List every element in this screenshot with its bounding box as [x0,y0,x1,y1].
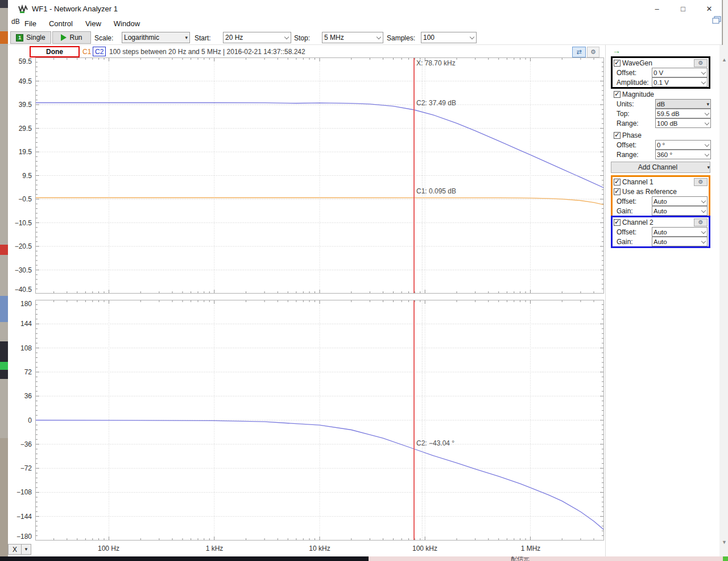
phase-label: Phase [621,131,711,139]
magnitude-y-tick-label: −40.5 [8,286,34,294]
use-as-reference-checkbox[interactable] [614,188,621,195]
channel2-offset-label: Offset: [614,228,652,236]
channel1-gear-icon[interactable]: ⚙ [694,178,708,186]
channel2-label: Channel 2 [621,218,694,226]
cursor-x-readout: X: 78.70 kHz [416,59,456,67]
top-label: Top: [614,110,655,118]
x-axis-selector[interactable]: X▼ [8,544,31,555]
magnitude-y-tick-label: −10.5 [8,219,34,228]
add-channel-button[interactable]: Add Channel▾ [611,162,710,173]
cursor-value-readout: C2: 37.49 dB [416,99,456,107]
app-window: WF1 - Network Analyzer 1 – □ ✕ File Cont… [8,0,722,556]
chart-area[interactable]: 59.549.539.529.519.59.5−0.5−10.5−20.5−30… [8,0,605,556]
wavegen-offset-select[interactable]: 0 V [652,68,708,77]
channel2-gain-label: Gain: [614,238,652,246]
x-axis-tick-label: 1 MHz [505,544,556,553]
phase-y-tick-label: 144 [8,320,34,328]
magnitude-y-tick-label: 49.5 [8,77,34,86]
channel2-offset-select[interactable]: Auto [652,227,708,237]
wavegen-offset-label: Offset: [614,69,652,77]
magnitude-range-select[interactable]: 100 dB [655,118,711,128]
channel1-offset-select[interactable]: Auto [652,196,708,206]
magnitude-plot[interactable] [35,57,604,294]
channel1-gain-select[interactable]: Auto [652,206,708,216]
magnitude-y-tick-label: −30.5 [8,266,34,275]
channel2-group: Channel 2 ⚙ Offset: Auto Gain: Auto [611,216,710,248]
phase-y-tick-label: 0 [8,416,34,425]
sweep-direction-arrow-icon: → [613,46,621,55]
channel1-group: Channel 1 ⚙ Use as Reference Offset: Aut… [611,175,710,217]
magnitude-y-tick-label: −20.5 [8,242,34,251]
scroll-up-icon[interactable]: ▲ [719,55,728,64]
phase-offset-select[interactable]: 0 ° [655,140,711,150]
channel1-label: Channel 1 [621,178,694,186]
top-select[interactable]: 59.5 dB [655,109,711,118]
channel2-gear-icon[interactable]: ⚙ [694,218,708,226]
units-select[interactable]: dB▾ [655,99,711,109]
close-button[interactable]: ✕ [696,0,722,17]
channel1-checkbox[interactable] [614,179,621,185]
units-label: Units: [614,100,655,108]
phase-range-label: Range: [614,151,655,159]
magnitude-checkbox[interactable] [614,91,621,98]
desktop-background-bottom-pink [369,556,723,561]
magnitude-y-tick-label: 59.5 [8,57,34,66]
magnitude-y-tick-label: 9.5 [8,172,34,180]
minimize-button[interactable]: – [644,0,670,17]
phase-y-tick-label: 108 [8,344,34,353]
cursor-value-readout: C1: 0.095 dB [416,187,456,195]
x-axis-tick-label: 100 kHz [399,544,450,553]
wavegen-label: WaveGen [621,59,694,67]
channel1-offset-label: Offset: [614,197,652,205]
phase-y-tick-label: 36 [8,392,34,401]
magnitude-y-tick-label: 19.5 [8,148,34,156]
magnitude-range-label: Range: [614,119,655,127]
wavegen-amplitude-select[interactable]: 0.1 V [652,77,708,87]
phase-checkbox[interactable] [614,132,621,139]
x-axis-tick-label: 1 kHz [189,544,240,553]
screen: 配信元 WF1 - Network Analyzer 1 – □ ✕ File … [0,0,728,561]
wavegen-amplitude-label: Amplitude: [614,79,652,86]
phase-y-tick-label: −108 [8,488,34,497]
phase-plot[interactable] [35,300,604,541]
maximize-button[interactable]: □ [670,0,696,17]
chann2-gain-select[interactable]: Auto [652,237,708,246]
desktop-background-left [0,0,8,561]
wavegen-group: WaveGen ⚙ Offset: 0 V Amplitude: 0.1 V [611,56,710,89]
phase-y-tick-label: −180 [8,533,34,541]
undock-icon[interactable] [712,16,721,24]
channel1-gain-label: Gain: [614,207,652,215]
phase-y-tick-label: −72 [8,464,34,473]
phase-y-tick-label: 180 [8,300,34,308]
desktop-background-bottom-dark [0,556,369,561]
channel2-checkbox[interactable] [614,219,621,226]
magnitude-y-tick-label: 29.5 [8,125,34,133]
phase-y-tick-label: 72 [8,368,34,377]
phase-offset-label: Offset: [614,141,655,149]
phase-y-tick-label: −36 [8,440,34,449]
desktop-background-bottom-green [723,556,728,561]
x-axis-tick-label: 100 Hz [83,544,134,553]
phase-y-tick-label: −144 [8,513,34,521]
magnitude-y-tick-label: 39.5 [8,101,34,109]
use-as-reference-label: Use as Reference [621,188,708,196]
x-axis-tick-label: 10 kHz [294,544,345,553]
magnitude-section: Magnitude Units: dB▾ Top: 59.5 dB Range:… [613,89,712,128]
wavegen-checkbox[interactable] [614,60,621,67]
phase-section: Phase Offset: 0 ° Range: 360 ° [613,130,712,159]
phase-range-select[interactable]: 360 ° [655,150,711,159]
wavegen-gear-icon[interactable]: ⚙ [694,59,708,67]
magnitude-label: Magnitude [621,90,711,98]
cursor-value-readout: C2: −43.04 ° [416,439,454,447]
scroll-down-icon[interactable]: ▼ [719,537,728,547]
panel-scrollbar[interactable] [719,45,728,556]
magnitude-y-tick-label: −0.5 [8,195,34,204]
